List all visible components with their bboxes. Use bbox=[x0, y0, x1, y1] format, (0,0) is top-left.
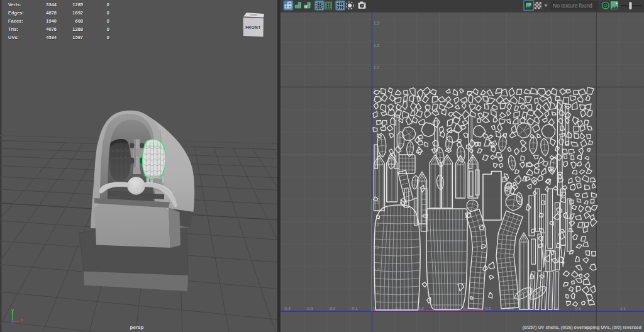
svg-text:Verts:: Verts: bbox=[8, 2, 21, 8]
svg-text:(0/257) UV shells, (0/26) over: (0/257) UV shells, (0/26) overlapping UV… bbox=[523, 324, 641, 330]
svg-text:3344: 3344 bbox=[46, 2, 57, 8]
svg-text:FRONT: FRONT bbox=[245, 25, 261, 30]
svg-text:4076: 4076 bbox=[46, 26, 57, 32]
svg-text:-0.1: -0.1 bbox=[351, 306, 358, 311]
svg-text:-0.2: -0.2 bbox=[328, 306, 336, 311]
svg-text:4878: 4878 bbox=[46, 10, 57, 16]
svg-text:persp: persp bbox=[130, 324, 144, 330]
svg-text:1.1: 1.1 bbox=[620, 306, 626, 311]
svg-text:0.9: 0.9 bbox=[575, 306, 581, 311]
svg-text:0: 0 bbox=[107, 35, 109, 40]
svg-text:0: 0 bbox=[107, 2, 109, 8]
svg-text:0: 0 bbox=[107, 10, 109, 16]
svg-text:1.3: 1.3 bbox=[374, 21, 379, 25]
svg-text:-0.4: -0.4 bbox=[284, 306, 291, 311]
svg-text:y: y bbox=[11, 308, 14, 313]
svg-text:Tris:: Tris: bbox=[8, 26, 18, 32]
svg-text:1285: 1285 bbox=[72, 2, 83, 8]
svg-text:1597: 1597 bbox=[72, 35, 83, 40]
svg-text:UVs:: UVs: bbox=[8, 35, 19, 40]
svg-text:1940: 1940 bbox=[46, 18, 57, 24]
svg-text:1.2: 1.2 bbox=[374, 43, 379, 48]
svg-text:-0.3: -0.3 bbox=[306, 306, 313, 311]
svg-text:4534: 4534 bbox=[46, 35, 57, 40]
svg-text:1268: 1268 bbox=[72, 26, 83, 32]
svg-text:0: 0 bbox=[107, 26, 109, 32]
svg-text:1692: 1692 bbox=[72, 10, 83, 16]
svg-text:No texture found: No texture found bbox=[553, 3, 592, 9]
svg-text:Faces:: Faces: bbox=[8, 18, 23, 24]
svg-text:0.5: 0.5 bbox=[486, 306, 491, 311]
svg-text:1.1: 1.1 bbox=[374, 65, 379, 70]
svg-text:0.2: 0.2 bbox=[418, 306, 424, 311]
svg-text:608: 608 bbox=[75, 18, 83, 24]
svg-text:Edges:: Edges: bbox=[8, 10, 24, 16]
svg-text:0: 0 bbox=[107, 18, 109, 24]
svg-text:x: x bbox=[21, 318, 23, 322]
